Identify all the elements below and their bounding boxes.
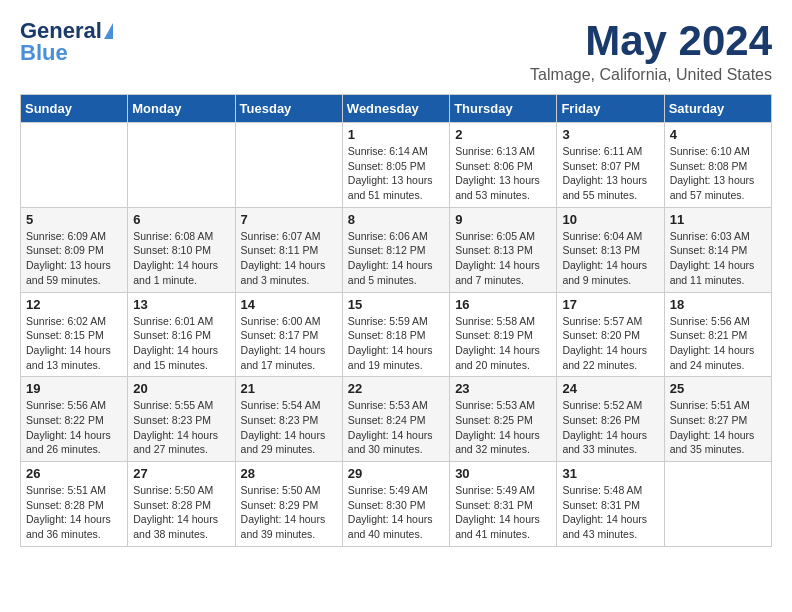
table-row: 28Sunrise: 5:50 AM Sunset: 8:29 PM Dayli… [235, 462, 342, 547]
col-sunday: Sunday [21, 95, 128, 123]
table-row [21, 123, 128, 208]
calendar-week-row: 1Sunrise: 6:14 AM Sunset: 8:05 PM Daylig… [21, 123, 772, 208]
day-info: Sunrise: 6:13 AM Sunset: 8:06 PM Dayligh… [455, 144, 551, 203]
day-info: Sunrise: 5:50 AM Sunset: 8:28 PM Dayligh… [133, 483, 229, 542]
table-row: 27Sunrise: 5:50 AM Sunset: 8:28 PM Dayli… [128, 462, 235, 547]
table-row: 31Sunrise: 5:48 AM Sunset: 8:31 PM Dayli… [557, 462, 664, 547]
day-info: Sunrise: 6:04 AM Sunset: 8:13 PM Dayligh… [562, 229, 658, 288]
day-number: 3 [562, 127, 658, 142]
table-row: 19Sunrise: 5:56 AM Sunset: 8:22 PM Dayli… [21, 377, 128, 462]
day-info: Sunrise: 6:09 AM Sunset: 8:09 PM Dayligh… [26, 229, 122, 288]
day-number: 13 [133, 297, 229, 312]
table-row: 4Sunrise: 6:10 AM Sunset: 8:08 PM Daylig… [664, 123, 771, 208]
day-info: Sunrise: 5:52 AM Sunset: 8:26 PM Dayligh… [562, 398, 658, 457]
logo-triangle-icon [104, 23, 113, 39]
table-row: 5Sunrise: 6:09 AM Sunset: 8:09 PM Daylig… [21, 207, 128, 292]
day-number: 14 [241, 297, 337, 312]
table-row: 20Sunrise: 5:55 AM Sunset: 8:23 PM Dayli… [128, 377, 235, 462]
table-row [235, 123, 342, 208]
col-saturday: Saturday [664, 95, 771, 123]
day-number: 29 [348, 466, 444, 481]
table-row: 8Sunrise: 6:06 AM Sunset: 8:12 PM Daylig… [342, 207, 449, 292]
day-info: Sunrise: 5:56 AM Sunset: 8:21 PM Dayligh… [670, 314, 766, 373]
table-row: 16Sunrise: 5:58 AM Sunset: 8:19 PM Dayli… [450, 292, 557, 377]
day-number: 28 [241, 466, 337, 481]
day-info: Sunrise: 5:51 AM Sunset: 8:27 PM Dayligh… [670, 398, 766, 457]
table-row: 1Sunrise: 6:14 AM Sunset: 8:05 PM Daylig… [342, 123, 449, 208]
day-info: Sunrise: 5:49 AM Sunset: 8:30 PM Dayligh… [348, 483, 444, 542]
table-row: 22Sunrise: 5:53 AM Sunset: 8:24 PM Dayli… [342, 377, 449, 462]
day-number: 26 [26, 466, 122, 481]
calendar-week-row: 12Sunrise: 6:02 AM Sunset: 8:15 PM Dayli… [21, 292, 772, 377]
day-number: 20 [133, 381, 229, 396]
table-row: 25Sunrise: 5:51 AM Sunset: 8:27 PM Dayli… [664, 377, 771, 462]
table-row: 15Sunrise: 5:59 AM Sunset: 8:18 PM Dayli… [342, 292, 449, 377]
day-info: Sunrise: 6:14 AM Sunset: 8:05 PM Dayligh… [348, 144, 444, 203]
day-number: 16 [455, 297, 551, 312]
day-number: 30 [455, 466, 551, 481]
logo-text-blue: Blue [20, 42, 68, 64]
table-row: 11Sunrise: 6:03 AM Sunset: 8:14 PM Dayli… [664, 207, 771, 292]
table-row: 2Sunrise: 6:13 AM Sunset: 8:06 PM Daylig… [450, 123, 557, 208]
day-info: Sunrise: 6:07 AM Sunset: 8:11 PM Dayligh… [241, 229, 337, 288]
calendar-week-row: 26Sunrise: 5:51 AM Sunset: 8:28 PM Dayli… [21, 462, 772, 547]
day-number: 22 [348, 381, 444, 396]
day-info: Sunrise: 5:48 AM Sunset: 8:31 PM Dayligh… [562, 483, 658, 542]
table-row [664, 462, 771, 547]
day-number: 25 [670, 381, 766, 396]
day-number: 27 [133, 466, 229, 481]
day-info: Sunrise: 5:50 AM Sunset: 8:29 PM Dayligh… [241, 483, 337, 542]
day-number: 5 [26, 212, 122, 227]
day-info: Sunrise: 6:00 AM Sunset: 8:17 PM Dayligh… [241, 314, 337, 373]
day-info: Sunrise: 5:58 AM Sunset: 8:19 PM Dayligh… [455, 314, 551, 373]
day-number: 15 [348, 297, 444, 312]
day-info: Sunrise: 5:53 AM Sunset: 8:24 PM Dayligh… [348, 398, 444, 457]
day-number: 21 [241, 381, 337, 396]
day-number: 10 [562, 212, 658, 227]
page-header: General Blue May 2024 Talmage, Californi… [20, 20, 772, 84]
day-number: 23 [455, 381, 551, 396]
table-row: 18Sunrise: 5:56 AM Sunset: 8:21 PM Dayli… [664, 292, 771, 377]
day-info: Sunrise: 5:54 AM Sunset: 8:23 PM Dayligh… [241, 398, 337, 457]
table-row: 29Sunrise: 5:49 AM Sunset: 8:30 PM Dayli… [342, 462, 449, 547]
day-number: 12 [26, 297, 122, 312]
title-area: May 2024 Talmage, California, United Sta… [530, 20, 772, 84]
logo-text-general: General [20, 20, 102, 42]
col-friday: Friday [557, 95, 664, 123]
day-number: 11 [670, 212, 766, 227]
day-info: Sunrise: 6:10 AM Sunset: 8:08 PM Dayligh… [670, 144, 766, 203]
day-info: Sunrise: 5:49 AM Sunset: 8:31 PM Dayligh… [455, 483, 551, 542]
day-info: Sunrise: 6:05 AM Sunset: 8:13 PM Dayligh… [455, 229, 551, 288]
location-title: Talmage, California, United States [530, 66, 772, 84]
col-thursday: Thursday [450, 95, 557, 123]
day-number: 31 [562, 466, 658, 481]
calendar-header-row: Sunday Monday Tuesday Wednesday Thursday… [21, 95, 772, 123]
day-info: Sunrise: 6:02 AM Sunset: 8:15 PM Dayligh… [26, 314, 122, 373]
day-info: Sunrise: 5:57 AM Sunset: 8:20 PM Dayligh… [562, 314, 658, 373]
day-number: 18 [670, 297, 766, 312]
table-row: 13Sunrise: 6:01 AM Sunset: 8:16 PM Dayli… [128, 292, 235, 377]
day-number: 7 [241, 212, 337, 227]
table-row: 17Sunrise: 5:57 AM Sunset: 8:20 PM Dayli… [557, 292, 664, 377]
col-tuesday: Tuesday [235, 95, 342, 123]
day-info: Sunrise: 6:06 AM Sunset: 8:12 PM Dayligh… [348, 229, 444, 288]
col-monday: Monday [128, 95, 235, 123]
day-info: Sunrise: 6:03 AM Sunset: 8:14 PM Dayligh… [670, 229, 766, 288]
day-number: 9 [455, 212, 551, 227]
table-row: 21Sunrise: 5:54 AM Sunset: 8:23 PM Dayli… [235, 377, 342, 462]
day-info: Sunrise: 5:53 AM Sunset: 8:25 PM Dayligh… [455, 398, 551, 457]
table-row: 14Sunrise: 6:00 AM Sunset: 8:17 PM Dayli… [235, 292, 342, 377]
day-info: Sunrise: 6:01 AM Sunset: 8:16 PM Dayligh… [133, 314, 229, 373]
day-number: 24 [562, 381, 658, 396]
calendar-table: Sunday Monday Tuesday Wednesday Thursday… [20, 94, 772, 547]
day-number: 8 [348, 212, 444, 227]
table-row: 26Sunrise: 5:51 AM Sunset: 8:28 PM Dayli… [21, 462, 128, 547]
calendar-week-row: 19Sunrise: 5:56 AM Sunset: 8:22 PM Dayli… [21, 377, 772, 462]
table-row: 6Sunrise: 6:08 AM Sunset: 8:10 PM Daylig… [128, 207, 235, 292]
day-info: Sunrise: 6:08 AM Sunset: 8:10 PM Dayligh… [133, 229, 229, 288]
table-row: 23Sunrise: 5:53 AM Sunset: 8:25 PM Dayli… [450, 377, 557, 462]
table-row: 10Sunrise: 6:04 AM Sunset: 8:13 PM Dayli… [557, 207, 664, 292]
day-info: Sunrise: 6:11 AM Sunset: 8:07 PM Dayligh… [562, 144, 658, 203]
day-info: Sunrise: 5:51 AM Sunset: 8:28 PM Dayligh… [26, 483, 122, 542]
table-row: 7Sunrise: 6:07 AM Sunset: 8:11 PM Daylig… [235, 207, 342, 292]
